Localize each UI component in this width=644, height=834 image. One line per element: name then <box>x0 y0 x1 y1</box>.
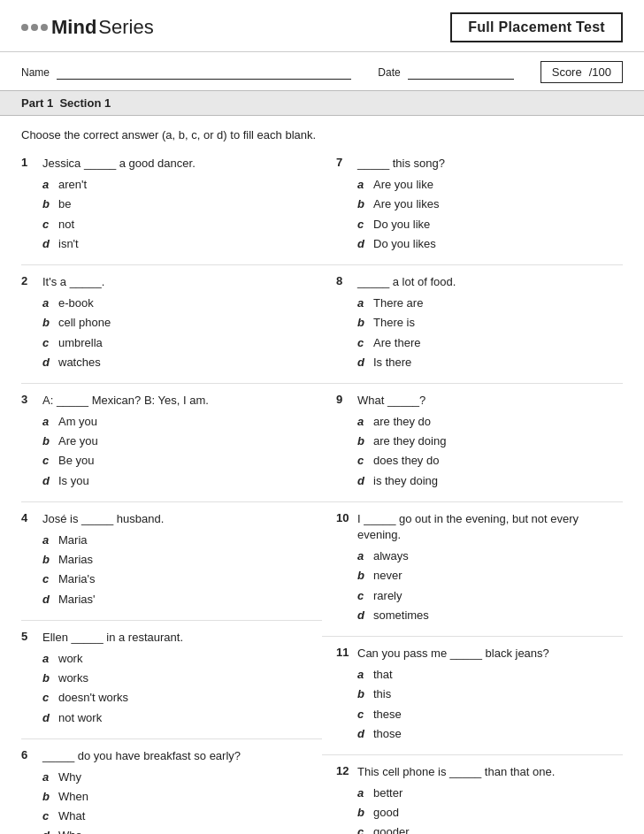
score-total: /100 <box>589 65 611 79</box>
question-11-stem: 11 Can you pass me _____ black jeans? <box>336 646 616 662</box>
q7-text: _____ this song? <box>357 156 445 172</box>
list-item: cAre there <box>357 333 616 353</box>
q7-num: 7 <box>336 156 352 169</box>
list-item: cgooder <box>357 823 616 834</box>
logo-dot-1 <box>21 24 28 31</box>
name-underline <box>57 65 351 80</box>
list-item: cnot <box>42 215 315 234</box>
list-item: bthis <box>357 685 616 704</box>
list-item: cthese <box>357 705 616 724</box>
logo: Mind Series <box>21 16 154 39</box>
list-item: disn't <box>42 234 315 254</box>
q1-opt-d-letter: d <box>42 236 55 252</box>
date-field: Date <box>378 65 513 80</box>
logo-series-text: Series <box>98 16 153 39</box>
q1-opt-b-text: be <box>58 196 71 212</box>
question-12: 12 This cell phone is _____ than that on… <box>322 759 623 834</box>
question-5-stem: 5 Ellen _____ in a restaurant. <box>21 630 315 646</box>
list-item: dthose <box>357 724 616 744</box>
part-label: Part 1 <box>21 96 53 110</box>
list-item: dis they doing <box>357 471 616 491</box>
q3-num: 3 <box>21 393 37 406</box>
right-column: 7 _____ this song? aAre you like bAre yo… <box>322 150 623 834</box>
questions-grid: 1 Jessica _____ a good dancer. aaren't b… <box>0 150 644 834</box>
list-item: bnever <box>357 566 616 585</box>
list-item: dnot work <box>42 708 315 728</box>
list-item: bbe <box>42 195 315 214</box>
q10-text: I _____ go out in the evening, but not e… <box>357 511 616 543</box>
list-item: crarely <box>357 586 616 606</box>
q1-opt-c-letter: c <box>42 217 55 233</box>
list-item: bcell phone <box>42 313 315 333</box>
q1-opt-a-text: aren't <box>58 177 87 193</box>
question-10: 10 I _____ go out in the evening, but no… <box>322 506 623 632</box>
list-item: aMaria <box>42 531 315 550</box>
list-item: bAre you likes <box>357 195 616 214</box>
list-item: cWhat <box>42 807 315 826</box>
list-item: cMaria's <box>42 570 315 589</box>
list-item: aaren't <box>42 175 315 195</box>
q1-opt-c-text: not <box>58 217 74 233</box>
question-11: 11 Can you pass me _____ black jeans? at… <box>322 640 623 751</box>
date-label: Date <box>378 66 400 79</box>
q1-options: aaren't bbe cnot disn't <box>42 175 315 254</box>
q1-opt-b-letter: b <box>42 196 55 212</box>
left-column: 1 Jessica _____ a good dancer. aaren't b… <box>21 150 322 834</box>
list-item: aalways <box>357 547 616 566</box>
list-item: dMarias' <box>42 590 315 609</box>
q3-text: A: _____ Mexican? B: Yes, I am. <box>42 393 209 409</box>
list-item: dWho <box>42 826 315 834</box>
score-box: Score /100 <box>540 61 623 83</box>
list-item: dIs you <box>42 471 315 491</box>
list-item: cdoes they do <box>357 451 616 471</box>
list-item: ae-book <box>42 294 315 313</box>
q11-options: athat bthis cthese dthose <box>357 665 616 744</box>
name-field: Name <box>21 65 351 80</box>
list-item: aAre you like <box>357 175 616 195</box>
question-12-stem: 12 This cell phone is _____ than that on… <box>336 764 616 780</box>
list-item: bworks <box>42 669 315 688</box>
q8-options: aThere are bThere is cAre there dIs ther… <box>357 294 616 372</box>
q11-text: Can you pass me _____ black jeans? <box>357 646 549 662</box>
q9-options: aare they do bare they doing cdoes they … <box>357 412 616 491</box>
question-2-stem: 2 It's a _____. <box>21 274 315 290</box>
logo-dot-3 <box>41 24 48 31</box>
logo-mind-text: Mind <box>51 16 96 39</box>
q2-options: ae-book bcell phone cumbrella dwatches <box>42 294 315 372</box>
list-item: dwatches <box>42 353 315 372</box>
list-item: cDo you like <box>357 215 616 234</box>
q4-num: 4 <box>21 511 37 524</box>
q9-num: 9 <box>336 393 352 406</box>
q12-num: 12 <box>336 764 352 777</box>
list-item: cumbrella <box>42 333 315 353</box>
question-6: 6 _____ do you have breakfast so early? … <box>21 743 322 834</box>
question-2: 2 It's a _____. ae-book bcell phone cumb… <box>21 269 322 379</box>
q12-text: This cell phone is _____ than that one. <box>357 764 555 780</box>
question-4: 4 José is _____ husband. aMaria bMarias … <box>21 506 322 616</box>
q3-options: aAm you bAre you cBe you dIs you <box>42 412 315 491</box>
question-9-stem: 9 What _____? <box>336 393 616 409</box>
question-6-stem: 6 _____ do you have breakfast so early? <box>21 748 315 764</box>
q6-text: _____ do you have breakfast so early? <box>42 748 241 764</box>
q9-text: What _____? <box>357 393 426 409</box>
list-item: bare they doing <box>357 432 616 451</box>
question-1: 1 Jessica _____ a good dancer. aaren't b… <box>21 150 322 261</box>
instructions: Choose the correct answer (a, b, c, or d… <box>0 128 644 150</box>
question-8-stem: 8 _____ a lot of food. <box>336 274 616 290</box>
q12-options: abetter bgood cgooder dwell <box>357 784 616 834</box>
list-item: dIs there <box>357 353 616 372</box>
q6-options: aWhy bWhen cWhat dWho <box>42 768 315 834</box>
question-8: 8 _____ a lot of food. aThere are bThere… <box>322 269 623 379</box>
q8-text: _____ a lot of food. <box>357 274 456 290</box>
list-item: bThere is <box>357 313 616 333</box>
q5-num: 5 <box>21 630 37 643</box>
section-label: Section 1 <box>59 96 111 110</box>
list-item: dDo you likes <box>357 234 616 254</box>
name-label: Name <box>21 66 50 79</box>
question-3: 3 A: _____ Mexican? B: Yes, I am. aAm yo… <box>21 387 322 498</box>
list-item: cBe you <box>42 451 315 471</box>
list-item: bWhen <box>42 787 315 807</box>
q10-num: 10 <box>336 511 352 524</box>
q2-num: 2 <box>21 274 37 287</box>
list-item: awork <box>42 649 315 669</box>
